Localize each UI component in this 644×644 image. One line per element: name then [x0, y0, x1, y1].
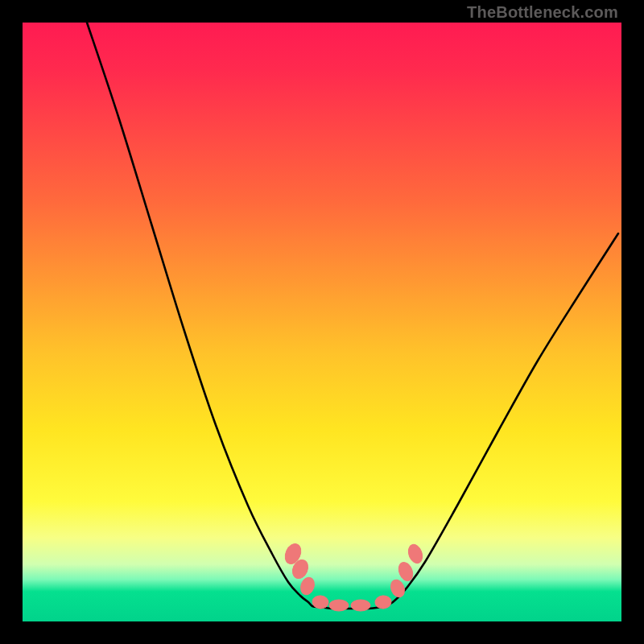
chart-line-group [87, 23, 618, 609]
floor-marker [388, 578, 407, 599]
floor-marker [299, 576, 317, 597]
bottleneck-curve [87, 23, 618, 609]
chart-plot-area [23, 23, 621, 621]
floor-marker [406, 543, 424, 565]
floor-marker [329, 600, 349, 611]
watermark-label: TheBottleneck.com [467, 3, 618, 22]
chart-marker-group [282, 541, 424, 611]
floor-marker [351, 600, 370, 611]
chart-frame: TheBottleneck.com [0, 0, 644, 644]
chart-svg [23, 23, 621, 621]
